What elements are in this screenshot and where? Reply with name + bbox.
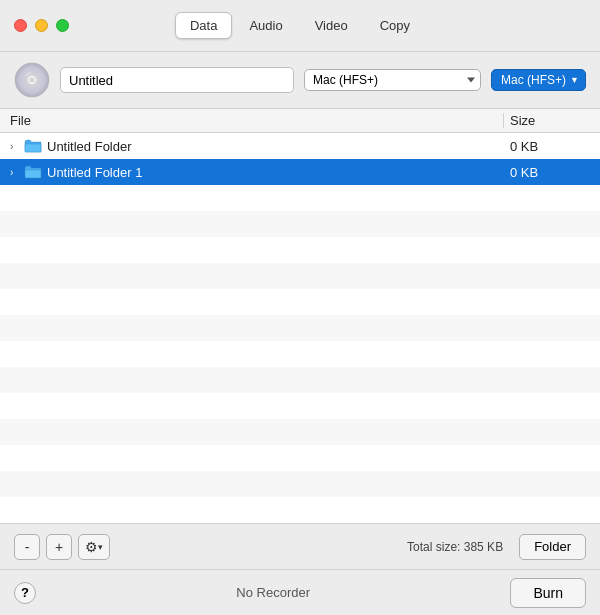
- empty-row: [0, 237, 600, 263]
- gear-icon: ⚙: [85, 539, 98, 555]
- file-rows: › Untitled Folder 0 KB › Untitled Folder…: [0, 133, 600, 523]
- empty-row: [0, 419, 600, 445]
- close-button[interactable]: [14, 19, 27, 32]
- format-label: Mac (HFS+): [501, 73, 566, 87]
- folder-icon: [24, 139, 42, 153]
- empty-row: [0, 367, 600, 393]
- empty-row: [0, 185, 600, 211]
- format-chevron-icon: ▼: [570, 75, 579, 85]
- file-name: Untitled Folder 1: [47, 165, 510, 180]
- disc-bar: Mac (HFS+) DVD-ROM (ISO9660/UDF) MS-DOS …: [0, 52, 600, 109]
- empty-row: [0, 263, 600, 289]
- maximize-button[interactable]: [56, 19, 69, 32]
- table-header: File Size: [0, 109, 600, 133]
- new-folder-button[interactable]: Folder: [519, 534, 586, 560]
- format-select-container[interactable]: Mac (HFS+) DVD-ROM (ISO9660/UDF) MS-DOS …: [304, 69, 481, 91]
- table-row[interactable]: › Untitled Folder 0 KB: [0, 133, 600, 159]
- disc-name-input[interactable]: [60, 67, 294, 93]
- disc-icon: [14, 62, 50, 98]
- tab-bar: Data Audio Video Copy: [175, 12, 425, 39]
- row-expand-arrow[interactable]: ›: [10, 167, 24, 178]
- gear-chevron-icon: ▾: [98, 542, 103, 552]
- size-column-header: Size: [510, 113, 590, 128]
- tab-copy[interactable]: Copy: [365, 12, 425, 39]
- table-row[interactable]: › Untitled Folder 1 0 KB: [0, 159, 600, 185]
- tab-audio[interactable]: Audio: [234, 12, 297, 39]
- empty-row: [0, 471, 600, 497]
- empty-row: [0, 289, 600, 315]
- empty-row: [0, 445, 600, 471]
- folder-icon: [24, 165, 42, 179]
- file-name: Untitled Folder: [47, 139, 510, 154]
- help-button[interactable]: ?: [14, 582, 36, 604]
- remove-button[interactable]: -: [14, 534, 40, 560]
- empty-row: [0, 315, 600, 341]
- empty-row: [0, 341, 600, 367]
- gear-button[interactable]: ⚙ ▾: [78, 534, 110, 560]
- file-column-header: File: [10, 113, 497, 128]
- titlebar: Data Audio Video Copy: [0, 0, 600, 52]
- traffic-lights: [14, 19, 69, 32]
- tab-data[interactable]: Data: [175, 12, 232, 39]
- empty-row: [0, 497, 600, 523]
- column-divider: [503, 113, 504, 128]
- burn-button[interactable]: Burn: [510, 578, 586, 608]
- file-size: 0 KB: [510, 165, 590, 180]
- bottom-toolbar: - + ⚙ ▾ Total size: 385 KB Folder: [0, 523, 600, 569]
- add-button[interactable]: +: [46, 534, 72, 560]
- empty-rows: [0, 185, 600, 523]
- file-table-section: File Size › Untitled Folder 0 KB ›: [0, 109, 600, 523]
- file-size: 0 KB: [510, 139, 590, 154]
- empty-row: [0, 211, 600, 237]
- format-select[interactable]: Mac (HFS+) DVD-ROM (ISO9660/UDF) MS-DOS …: [304, 69, 481, 91]
- row-expand-arrow[interactable]: ›: [10, 141, 24, 152]
- recorder-label: No Recorder: [36, 585, 510, 600]
- svg-point-2: [30, 78, 34, 82]
- main-wrapper: Mac (HFS+) DVD-ROM (ISO9660/UDF) MS-DOS …: [0, 52, 600, 615]
- status-bar: ? No Recorder Burn: [0, 569, 600, 615]
- minimize-button[interactable]: [35, 19, 48, 32]
- format-button-styled[interactable]: Mac (HFS+) ▼: [491, 69, 586, 91]
- tab-video[interactable]: Video: [300, 12, 363, 39]
- empty-row: [0, 393, 600, 419]
- total-size-label: Total size: 385 KB: [407, 540, 503, 554]
